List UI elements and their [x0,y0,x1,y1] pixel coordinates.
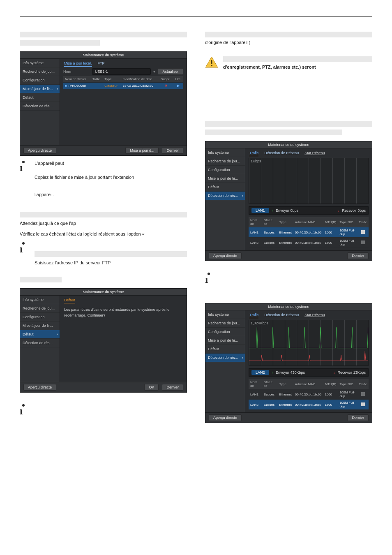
panel-title: Maintenance du système [205,303,372,310]
nic-badge: LAN2 [251,370,269,375]
sidebar-item-info[interactable]: Info système [20,59,60,67]
maintenance-panel-firmware: Maintenance du système Info système Rech… [20,51,187,156]
label-name: Nom [63,69,90,74]
sidebar-item-firmware[interactable]: Mise à jour de fir... [205,336,245,345]
sidebar-item-default[interactable]: Défaut [20,93,60,102]
sidebar-item-info[interactable]: Info système [205,148,245,157]
sidebar-item-info[interactable]: Info système [20,296,60,304]
dropdown-icon[interactable]: ▾ [153,69,155,74]
sidebar-item-netdetect[interactable]: Détection de rés... [205,192,245,200]
col-type: Type [278,379,293,389]
body-text: Vérifiez le cas échéant l'état du logici… [20,231,145,236]
tab-net-stat[interactable]: Stat Réseau [304,151,325,156]
right-column: d'origine de l'appareil ( d'enregistreme… [205,32,372,423]
col-nic: Type NIC [338,379,357,389]
tab-local-update[interactable]: Mise à jour local. [64,61,92,67]
sidebar-item-log[interactable]: Recherche de jou... [205,319,245,328]
file-table: Nom de fichier Taille Type modification … [63,76,183,89]
table-row[interactable]: LAN1 Succès Ethernet 00:40:35:bb:1b:66 1… [249,227,369,238]
redacted-bar [20,32,187,37]
sidebar-item-config[interactable]: Configuration [205,166,245,174]
sidebar-item-info[interactable]: Info système [205,310,245,319]
tab-default[interactable]: Défaut [64,298,75,303]
live-preview-button[interactable]: Aperçu directe [209,252,242,259]
device-name-select[interactable]: USB1-1 [92,68,151,75]
ok-button[interactable]: OK [144,384,159,391]
col-type: Type [103,76,121,83]
close-button[interactable]: Dernier [162,384,183,391]
arrow-up-icon: ↑ [272,370,274,375]
warning-icon [205,56,218,69]
redacted-bar [223,56,372,62]
delete-icon[interactable]: ✖ [159,83,173,89]
traffic-chart: 1,024Kbps [249,320,369,366]
refresh-button[interactable]: Actualiser [158,68,183,75]
redacted-bar [205,121,372,127]
sidebar-item-default[interactable]: Défaut [205,183,245,192]
arrow-up-icon: ↑ [272,208,274,213]
recv-label: Recevoir 0bps [342,208,366,213]
update-button[interactable]: Mise à jour d... [125,147,159,154]
col-mtu: MTU(B) [323,217,338,227]
live-preview-button[interactable]: Aperçu directe [23,147,56,154]
col-status: Statut de [262,379,278,389]
sidebar-item-firmware[interactable]: Mise à jour de fir... [20,321,60,330]
play-icon[interactable]: ▶ [173,83,183,89]
sidebar-item-config[interactable]: Configuration [20,313,60,321]
body-text: Attendez jusqu'à ce que l'ap [20,221,76,226]
table-row[interactable]: ■ TVHD80000 Classeur 16-02-2012 08:02:30… [63,83,183,89]
tab-traffic[interactable]: Trafic [249,313,258,318]
traffic-checkbox[interactable] [357,389,369,400]
panel-title: Maintenance du système [205,141,372,148]
traffic-checkbox[interactable] [357,227,369,238]
sidebar-item-netdetect[interactable]: Détection de rés... [20,339,60,347]
maintenance-panel-network-1: Maintenance du système Info système Rech… [205,141,372,261]
tab-traffic[interactable]: Trafic [249,151,258,156]
sidebar-item-log[interactable]: Recherche de jou... [205,157,245,166]
sidebar-item-netdetect[interactable]: Détection de rés... [205,354,245,362]
sidebar-item-default[interactable]: Défaut [20,330,60,339]
nic-badge: LAN1 [251,208,269,213]
nic-table: Nom de Statut de Type Adresse MAC MTU(B)… [249,379,369,410]
sidebar-item-config[interactable]: Configuration [205,328,245,336]
traffic-checkbox[interactable] [357,400,369,410]
traffic-checkbox[interactable] [357,238,369,248]
info-text: l'appareil. [35,192,54,197]
tab-net-detect[interactable]: Détection de Réseau [264,151,299,156]
col-name: Nom de [249,379,262,389]
close-button[interactable]: Dernier [162,147,183,154]
col-mac: Adresse MAC [293,379,323,389]
col-name: Nom de [249,217,262,227]
col-mac: Adresse MAC [293,217,323,227]
sidebar-item-log[interactable]: Recherche de jou... [20,304,60,313]
maintenance-panel-default: Maintenance du système Info système Rech… [20,288,187,393]
left-column: Maintenance du système Info système Rech… [20,32,187,423]
table-row[interactable]: LAN1 Succès Ethernet 00:40:35:bb:1b:66 1… [249,389,369,400]
cell-date: 16-02-2012 08:02:30 [121,83,159,89]
arrow-down-icon: ↓ [333,370,335,375]
sidebar-item-default[interactable]: Défaut [205,345,245,354]
sidebar-item-log[interactable]: Recherche de jou... [20,67,60,76]
info-icon: ı [20,403,30,415]
tab-net-detect[interactable]: Détection de Réseau [264,313,299,318]
col-date: modification de date [121,76,159,83]
table-row[interactable]: LAN2 Succès Ethernet 00:40:35:bb:1b:67 1… [249,238,369,248]
close-button[interactable]: Dernier [347,414,369,421]
live-preview-button[interactable]: Aperçu directe [23,384,56,391]
tab-ftp[interactable]: FTP [98,61,105,67]
sidebar-item-firmware[interactable]: Mise à jour de fir... [20,85,60,93]
close-button[interactable]: Dernier [347,252,369,259]
live-preview-button[interactable]: Aperçu directe [209,414,242,421]
confirm-message: Les paramètres d'usine seront restaurés … [63,305,183,326]
table-row[interactable]: LAN2 Succès Ethernet 00:40:35:bb:1b:67 1… [249,400,369,410]
recv-label: Recevoir 13Kbps [337,370,366,375]
sidebar-item-netdetect[interactable]: Détection de rés... [20,102,60,111]
col-size: Taille [91,76,103,83]
sidebar-item-firmware[interactable]: Mise à jour de fir... [205,174,245,183]
col-mtu: MTU(B) [323,379,338,389]
sidebar-item-config[interactable]: Configuration [20,76,60,85]
cell-filename: TVHD80000 [68,84,86,88]
col-traffic: Trafic [357,217,369,227]
svg-point-2 [211,65,212,67]
tab-net-stat[interactable]: Stat Réseau [304,313,325,318]
